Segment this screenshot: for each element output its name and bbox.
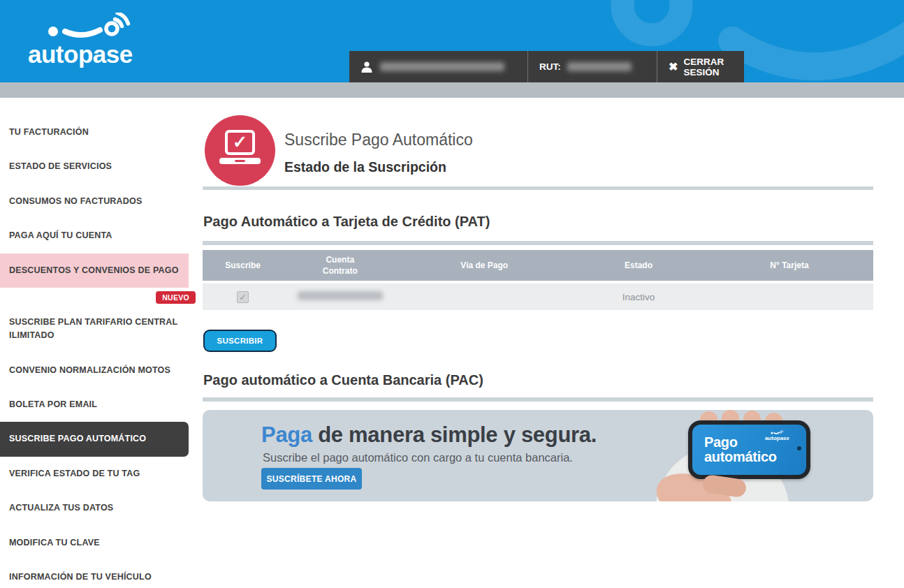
sidebar-item-suscribe-pago-automatico[interactable]: SUSCRIBE PAGO AUTOMÁTICO [0,422,189,456]
new-badge: NUEVO [156,291,196,304]
camera-dot [797,446,801,450]
via-de-pago-value [397,282,571,310]
header-gray-strip [0,82,904,98]
autopase-logo[interactable]: autopase [28,13,150,73]
sidebar-item-modifica-tu-clave[interactable]: MODIFICA TU CLAVE [0,526,189,560]
sidebar-item-informacion-de-tu-vehiculo[interactable]: INFORMACIÓN DE TU VEHÍCULO [0,560,189,588]
suscribir-button[interactable]: SUSCRIBIR [203,330,277,352]
sidebar-item-suscribe-plan-tarifario-central-ilimitado[interactable]: SUSCRIBE PLAN TARIFARIO CENTRAL ILIMITAD… [0,305,189,353]
divider [203,186,873,190]
table-row: ✓ Inactivo [203,282,873,310]
logout-label: CERRAR SESIÓN [683,57,733,78]
sidebar-item-boleta-por-email[interactable]: BOLETA POR EMAIL [0,388,189,422]
pac-banner: Paga de manera simple y segura. Suscribe… [203,410,873,501]
main-content: ✓ Suscribe Pago Automático Estado de la … [203,115,873,548]
column-header-cuenta-contrato: Cuenta Contrato [283,250,397,282]
estado-value: Inactivo [571,282,706,310]
check-icon: ✓ [233,133,247,151]
new-badge-row: NUEVO [0,288,196,305]
user-info [349,51,527,82]
cuenta-contrato-redacted [298,291,383,300]
column-header-via-de-pago: Vía de Pago [397,250,571,282]
column-header-estado: Estado [571,250,706,282]
column-header-n-tarjeta: N° Tarjeta [706,250,873,282]
sidebar-item-verifica-estado-de-tu-tag[interactable]: VERIFICA ESTADO DE TU TAG [0,457,189,491]
pat-section-heading: Pago Automático a Tarjeta de Crédito (PA… [203,214,490,230]
divider [203,397,873,402]
divider [203,241,873,245]
pac-section-heading: Pago automático a Cuenta Bancaria (PAC) [203,372,483,388]
user-name-redacted [380,62,504,71]
banner-title-rest: de manera simple y segura. [312,422,597,447]
pat-table: SuscribeCuenta ContratoVía de PagoEstado… [203,250,873,310]
table-header-row: SuscribeCuenta ContratoVía de PagoEstado… [203,250,873,282]
suscribe-checkbox[interactable]: ✓ [237,291,249,303]
n-tarjeta-value [706,282,873,310]
sidebar-item-convenio-normalizacion-motos[interactable]: CONVENIO NORMALIZACIÓN MOTOS [0,353,189,388]
phone-screen: Pago automático autopase [692,425,806,475]
logo-dot-icon [48,27,58,36]
logo-text: autopase [28,41,133,68]
sidebar-item-paga-aqui-tu-cuenta[interactable]: PAGA AQUÍ TU CUENTA [0,219,189,253]
checkbox-check-icon: ✓ [240,293,247,302]
person-icon [360,61,373,73]
banner-title: Paga de manera simple y segura. [261,422,597,448]
close-icon: ✖ [669,61,678,73]
sidebar-item-estado-de-servicios[interactable]: ESTADO DE SERVICIOS [0,149,189,184]
suscribete-ahora-button[interactable]: SUSCRÍBETE AHORA [261,468,362,490]
sidebar-item-descuentos-y-convenios-de-pago[interactable]: DESCUENTOS Y CONVENIOS DE PAGO [0,253,189,288]
column-header-suscribe: Suscribe [203,250,283,282]
phone-image: Pago automático autopase [688,420,810,479]
sidebar-item-actualiza-tus-datos[interactable]: ACTUALIZA TUS DATOS [0,491,189,525]
rut-value-redacted [567,62,632,71]
page-title: Suscribe Pago Automático [284,131,473,149]
logout-button[interactable]: ✖ CERRAR SESIÓN [657,51,744,82]
sidebar-item-tu-facturacion[interactable]: TU FACTURACIÓN [0,115,189,149]
sidebar-nav: TU FACTURACIÓNESTADO DE SERVICIOSCONSUMO… [0,115,189,588]
subscription-laptop-icon: ✓ [205,115,275,186]
page-subtitle: Estado de la Suscripción [284,159,446,175]
banner-subtitle: Suscribe el pago automático con cargo a … [263,451,573,464]
rut-label: RUT: [539,61,561,72]
sidebar-item-consumos-no-facturados[interactable]: CONSUMOS NO FACTURADOS [0,184,189,219]
user-rut: RUT: [527,51,657,82]
banner-title-highlight: Paga [261,422,312,447]
user-bar: RUT: ✖ CERRAR SESIÓN [349,51,744,82]
phone-autopase-logo: autopase [765,429,789,441]
